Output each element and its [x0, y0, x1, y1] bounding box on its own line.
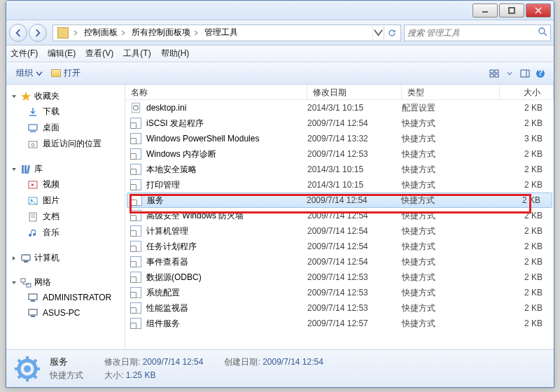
svg-line-44	[34, 375, 36, 378]
menu-help[interactable]: 帮助(H)	[161, 48, 190, 59]
details-pane: 服务 修改日期: 2009/7/14 12:54 创建日期: 2009/7/14…	[6, 349, 554, 387]
file-row[interactable]: 事件查看器2009/7/14 12:54快捷方式2 KB	[125, 254, 554, 270]
col-type[interactable]: 类型	[402, 85, 500, 99]
file-date: 2014/3/1 10:15	[307, 180, 402, 190]
file-icon	[130, 256, 142, 267]
organize-button[interactable]: 组织	[12, 65, 47, 81]
sidebar-item-libraries[interactable]: 音乐	[6, 225, 125, 241]
menu-file[interactable]: 文件(F)	[10, 48, 38, 59]
file-row[interactable]: desktop.ini2014/3/1 10:15配置设置2 KB	[125, 100, 554, 115]
view-mode-button[interactable]	[486, 66, 502, 81]
sidebar-label: 库	[34, 163, 43, 175]
file-list: 名称 修改日期 类型 大小 desktop.ini2014/3/1 10:15配…	[125, 85, 554, 349]
svg-line-46	[18, 375, 21, 378]
help-button[interactable]: ?	[533, 66, 548, 81]
sidebar-computer[interactable]: 计算机	[6, 251, 125, 265]
sidebar-item-libraries[interactable]: 视频	[6, 176, 125, 192]
view-dropdown-button[interactable]	[502, 66, 517, 81]
sidebar-item-libraries[interactable]: 图片	[6, 192, 125, 209]
file-row[interactable]: 数据源(ODBC)2009/7/14 12:53快捷方式2 KB	[125, 270, 554, 285]
forward-button[interactable]	[29, 24, 47, 42]
video-icon	[27, 179, 38, 190]
sidebar-favorites[interactable]: 收藏夹	[6, 89, 125, 104]
sidebar-item-favorites[interactable]: 最近访问的位置	[6, 136, 125, 152]
file-row[interactable]: 服务2009/7/14 12:54快捷方式2 KB	[127, 192, 552, 208]
file-size: 2 KB	[500, 211, 554, 220]
sidebar-libraries[interactable]: 库	[6, 162, 125, 176]
file-type: 快捷方式	[402, 287, 500, 299]
search-icon	[538, 27, 547, 38]
svg-rect-34	[31, 316, 35, 317]
svg-rect-27	[22, 255, 30, 260]
file-size: 2 KB	[500, 118, 554, 128]
close-button[interactable]	[526, 4, 551, 18]
file-name: Windows PowerShell Modules	[146, 134, 307, 144]
minimize-button[interactable]	[472, 4, 498, 18]
sidebar-label: 计算机	[34, 252, 59, 264]
menu-edit[interactable]: 编辑(E)	[48, 48, 76, 59]
file-row[interactable]: 计算机管理2009/7/14 12:54快捷方式2 KB	[125, 223, 554, 239]
sidebar-item-label: ASUS-PC	[43, 308, 80, 318]
sidebar-item-favorites[interactable]: 桌面	[6, 120, 125, 136]
open-button[interactable]: 打开	[47, 65, 85, 81]
file-row[interactable]: 本地安全策略2014/3/1 10:15快捷方式2 KB	[125, 162, 554, 177]
file-name: 组件服务	[146, 318, 307, 330]
file-row[interactable]: 性能监视器2009/7/14 12:53快捷方式2 KB	[125, 300, 554, 316]
file-row[interactable]: 打印管理2014/3/1 10:15快捷方式2 KB	[125, 177, 554, 192]
file-date: 2009/7/14 13:32	[307, 134, 402, 144]
file-name: 任务计划程序	[146, 241, 307, 253]
control-panel-icon	[57, 27, 69, 38]
file-row[interactable]: 高级安全 Windows 防火墙2009/7/14 12:54快捷方式2 KB	[125, 208, 554, 223]
file-row[interactable]: Windows 内存诊断2009/7/14 12:53快捷方式2 KB	[125, 146, 554, 162]
sidebar-item-network[interactable]: ADMINISTRATOR	[6, 290, 125, 305]
breadcrumb-dropdown-button[interactable]	[372, 25, 384, 41]
sidebar-item-label: 最近访问的位置	[43, 138, 102, 150]
file-icon	[130, 287, 142, 298]
svg-rect-32	[31, 300, 35, 302]
crumb-item[interactable]: 控制面板	[81, 25, 129, 41]
file-date: 2009/7/14 12:54	[307, 257, 402, 267]
file-icon	[130, 318, 142, 329]
crumb-item[interactable]: 管理工具	[202, 25, 241, 41]
search-input[interactable]	[407, 28, 538, 38]
col-size[interactable]: 大小	[500, 85, 554, 99]
svg-rect-14	[29, 125, 37, 130]
crumb-root[interactable]	[55, 25, 81, 41]
file-name: 计算机管理	[146, 225, 307, 237]
menubar: 文件(F) 编辑(E) 查看(V) 工具(T) 帮助(H)	[6, 46, 554, 62]
maximize-button[interactable]	[499, 4, 524, 18]
sidebar-item-network[interactable]: ASUS-PC	[6, 305, 125, 321]
file-row[interactable]: Windows PowerShell Modules2009/7/14 13:3…	[125, 131, 554, 146]
library-icon	[20, 164, 31, 175]
file-row[interactable]: 组件服务2009/7/14 12:57快捷方式2 KB	[125, 316, 554, 331]
file-name: 高级安全 Windows 防火墙	[146, 210, 307, 222]
preview-pane-button[interactable]	[517, 66, 533, 81]
sidebar-item-favorites[interactable]: 下载	[6, 104, 125, 120]
col-date[interactable]: 修改日期	[307, 85, 402, 99]
file-name: 性能监视器	[146, 302, 307, 314]
file-row[interactable]: 系统配置2009/7/14 12:53快捷方式2 KB	[125, 285, 554, 300]
menu-tools[interactable]: 工具(T)	[123, 48, 150, 59]
file-row[interactable]: 任务计划程序2009/7/14 12:54快捷方式2 KB	[125, 239, 554, 254]
sidebar-item-libraries[interactable]: 文档	[6, 209, 125, 225]
svg-rect-20	[27, 164, 30, 173]
titlebar	[6, 1, 554, 20]
crumb-item[interactable]: 所有控制面板项	[129, 25, 202, 41]
file-date: 2009/7/14 12:54	[307, 226, 402, 236]
col-name[interactable]: 名称	[125, 85, 307, 99]
file-name: 事件查看器	[146, 256, 307, 268]
file-date: 2009/7/14 12:54	[307, 241, 402, 251]
svg-rect-9	[495, 74, 498, 77]
file-row[interactable]: iSCSI 发起程序2009/7/14 12:54快捷方式2 KB	[125, 115, 554, 131]
refresh-button[interactable]	[384, 25, 399, 41]
file-date: 2009/7/14 12:54	[307, 118, 402, 128]
breadcrumb[interactable]: 控制面板 所有控制面板项 管理工具	[52, 24, 401, 41]
menu-view[interactable]: 查看(V)	[85, 48, 113, 59]
svg-rect-33	[29, 309, 37, 315]
sidebar-network[interactable]: 网络	[6, 275, 125, 290]
file-size: 2 KB	[500, 180, 554, 190]
svg-rect-6	[490, 70, 493, 73]
search-box[interactable]	[404, 24, 551, 41]
desktop-icon	[27, 122, 38, 134]
back-button[interactable]	[9, 24, 27, 42]
